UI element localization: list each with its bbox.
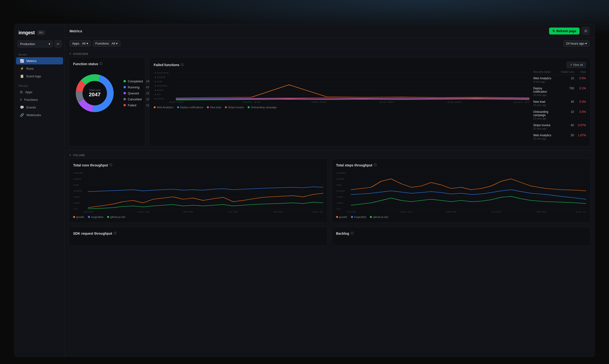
info-icon[interactable]: ⓘ (99, 62, 102, 66)
dashboard-body: ▾ OVERVIEW Function status ⓘ (65, 49, 594, 357)
svg-text:Jun 19: Jun 19 (242, 101, 260, 103)
functions-icon: ≡ (20, 98, 22, 102)
volume-section-header: ▾ VOLUME (65, 151, 594, 158)
env-settings-button[interactable]: ⇄ (55, 40, 62, 47)
info-icon[interactable]: ⓘ (350, 231, 353, 235)
info-icon[interactable]: ⓘ (109, 163, 112, 167)
svg-text:18:00: 18:00 (346, 211, 356, 213)
volume-label: VOLUME (73, 154, 85, 157)
refresh-label: Refresh page (556, 29, 576, 33)
legend-item: inngestbot (88, 216, 103, 218)
legend-item: growth (73, 216, 84, 218)
svg-text:18:00: 18:00 (447, 101, 462, 103)
manage-section-label: Manage (15, 82, 65, 88)
sidebar-item-apps[interactable]: ⊞ Apps (16, 88, 63, 96)
time-filter[interactable]: 24 hours ago ▾ (563, 40, 590, 47)
topbar: Metrics ↻ Refresh page ⚙ (65, 24, 594, 38)
total-runs-card: Total runs throughput ⓘ 100M (69, 158, 328, 223)
section-toggle-overview[interactable]: ▾ (69, 52, 71, 55)
refresh-button[interactable]: ↻ Refresh page (549, 27, 580, 35)
legend-item: github-pr-bot (107, 216, 125, 218)
apps-icon: ⊞ (20, 90, 23, 94)
svg-text:1M: 1M (336, 184, 342, 186)
logo-shortcut[interactable]: ⌘K (37, 30, 45, 35)
function-status-card: Function status ⓘ (69, 57, 145, 147)
legend-item: Failed 10% (124, 104, 152, 107)
view-all-button[interactable]: ↗ View all (567, 62, 586, 68)
env-selector: Production ▾ ⇄ (17, 40, 62, 47)
table-row: Web Analytics 35 mins ago 50 1.67% (533, 132, 586, 142)
svg-text:100K: 100K (336, 190, 346, 192)
sidebar-item-label: Functions (24, 98, 38, 102)
svg-text:12:00: 12:00 (228, 211, 238, 213)
gear-icon: ⚙ (584, 29, 587, 33)
info-icon[interactable]: ⓘ (181, 63, 184, 67)
svg-text:Jun 20: Jun 20 (513, 101, 529, 103)
svg-text:1M: 1M (154, 80, 162, 83)
svg-text:100K: 100K (154, 85, 168, 87)
svg-text:06:00: 06:00 (446, 211, 456, 213)
settings-button[interactable]: ⚙ (582, 27, 590, 35)
dot (207, 106, 209, 108)
svg-text:10K: 10K (154, 89, 165, 91)
failed-chart-area: 100M 10M 1M 100K 10K 1K 100 (154, 70, 529, 142)
sidebar-item-metrics[interactable]: 📈 Metrics (16, 57, 63, 65)
bottom-cards-row: SDK request throughput ⓘ Backlog ⓘ (65, 227, 594, 250)
info-icon[interactable]: ⓘ (374, 163, 377, 167)
svg-text:100: 100 (336, 202, 343, 204)
logo-text: inngest (18, 30, 35, 35)
sidebar-item-functions[interactable]: ≡ Functions (16, 96, 63, 103)
legend-item: Deploy notifications (177, 106, 203, 109)
apps-filter[interactable]: Apps All ▾ (69, 40, 91, 47)
table-row: New lead 20 mins ago 40 0.3% (533, 98, 586, 108)
overview-cards-row: Function status ⓘ (65, 57, 594, 150)
sidebar: inngest ⌘K Production ▾ ⇄ Monitor 📈 Metr… (14, 24, 65, 357)
sidebar-item-webhooks[interactable]: 🔗 Webhooks (16, 111, 63, 118)
sidebar-item-events[interactable]: 💬 Events (16, 104, 63, 111)
dot (248, 106, 249, 108)
legend-item: Stripe invoice (225, 106, 244, 109)
runs-chart-legend: growth inngestbot github-pr-bot (73, 214, 323, 218)
svg-text:100M: 100M (73, 172, 83, 174)
legend-item: Cancelled 10% (124, 97, 152, 101)
env-label: Production (20, 42, 35, 46)
info-icon[interactable]: ⓘ (114, 231, 117, 235)
svg-text:100: 100 (73, 202, 80, 204)
volume-cards-row: Total runs throughput ⓘ 100M (65, 158, 594, 227)
svg-text:100K: 100K (73, 190, 83, 192)
svg-text:12:00: 12:00 (379, 101, 394, 103)
metrics-icon: 📈 (20, 59, 24, 63)
completed-dot (124, 80, 126, 82)
chart-legend: Web Analytics Deploy notifications New l… (154, 104, 529, 109)
sidebar-item-label: Runs (26, 67, 34, 70)
sidebar-item-label: Webhooks (26, 113, 41, 117)
sidebar-item-event-logs[interactable]: 📋 Event logs (16, 73, 63, 80)
backlog-card: Backlog ⓘ (332, 227, 591, 246)
sidebar-item-runs[interactable]: ⚡ Runs (16, 65, 63, 72)
total-steps-title: Total steps throughput ⓘ (336, 163, 586, 167)
donut-chart: Total runs 2047 (73, 72, 116, 115)
running-dot (124, 86, 126, 88)
env-dropdown[interactable]: Production ▾ (17, 40, 53, 47)
chevron-down-icon: ▾ (116, 42, 118, 45)
failed-functions-card: Failed functions ⓘ ↗ View all (149, 57, 591, 147)
svg-text:100M: 100M (336, 172, 346, 174)
dot (370, 216, 372, 218)
svg-text:100M: 100M (154, 72, 169, 74)
svg-text:Jun 20: Jun 20 (575, 211, 586, 213)
legend-item: Onboarding campaign (248, 106, 277, 109)
event-logs-icon: 📋 (20, 74, 24, 78)
section-toggle-volume[interactable]: ▾ (69, 154, 71, 157)
webhooks-icon: 🔗 (20, 113, 24, 117)
failed-card-header: Failed functions ⓘ ↗ View all (154, 62, 586, 68)
legend-item: Completed 24% (124, 79, 152, 83)
svg-text:10M: 10M (73, 178, 81, 180)
topbar-actions: ↻ Refresh page ⚙ (549, 27, 590, 35)
functions-filter[interactable]: Functions All ▾ (93, 40, 120, 47)
table-row: Web Analytics 5 mins ago 10 0.5% (533, 75, 586, 85)
filter-bar: Apps All ▾ Functions All ▾ 24 hours ago … (65, 38, 594, 49)
page-title: Metrics (69, 29, 82, 33)
svg-text:10K: 10K (73, 196, 80, 198)
svg-text:Jun 19: Jun 19 (137, 211, 149, 213)
sidebar-item-label: Apps (25, 90, 32, 94)
